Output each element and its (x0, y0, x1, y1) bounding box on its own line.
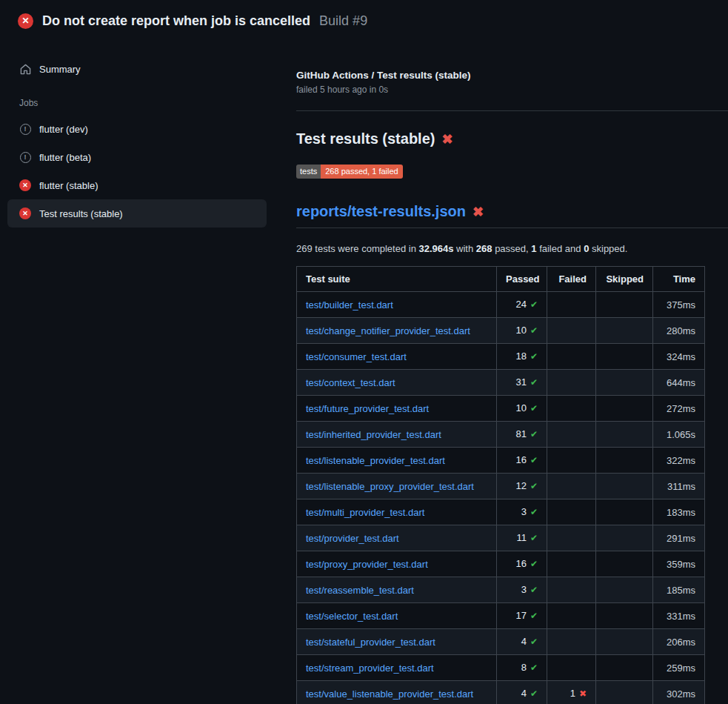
summary-duration: 32.964s (418, 243, 453, 254)
test-suite-cell: test/listenable_provider_test.dart (297, 448, 497, 474)
check-icon: ✔ (530, 481, 538, 491)
header-test-suite: Test suite (297, 267, 497, 292)
results-table-body: test/builder_test.dart24✔375mstest/chang… (297, 292, 705, 704)
table-row: test/stream_provider_test.dart8✔259ms (297, 655, 705, 681)
table-row: test/multi_provider_test.dart3✔183ms (297, 499, 705, 525)
skipped-cell (596, 448, 653, 474)
sidebar-item-flutter-dev[interactable]: ! flutter (dev) (7, 115, 267, 143)
test-suite-link[interactable]: test/change_notifier_provider_test.dart (306, 325, 470, 336)
passed-cell: 81✔ (497, 422, 547, 448)
check-icon: ✔ (530, 507, 538, 517)
skipped-cell (596, 603, 653, 629)
github-checks-page: ✕ Do not create report when job is cance… (0, 0, 728, 704)
report-link[interactable]: reports/test-results.json (296, 203, 466, 220)
check-icon: ✔ (530, 377, 538, 388)
table-row: test/value_listenable_provider_test.dart… (297, 681, 705, 704)
test-suite-link[interactable]: test/builder_test.dart (306, 299, 393, 311)
passed-count: 8 (521, 662, 527, 673)
test-suite-cell: test/value_listenable_provider_test.dart (297, 681, 497, 704)
table-row: test/builder_test.dart24✔375ms (297, 292, 705, 318)
header-skipped: Skipped (596, 267, 653, 292)
table-row: test/provider_test.dart11✔291ms (297, 525, 705, 551)
passed-count: 4 (521, 688, 527, 699)
skipped-cell (596, 499, 653, 525)
test-suite-cell: test/builder_test.dart (297, 292, 497, 318)
time-cell: 311ms (653, 474, 705, 499)
skipped-cell (596, 370, 653, 396)
failed-cell (547, 655, 596, 681)
skipped-cell (596, 681, 653, 704)
passed-cell: 3✔ (497, 577, 547, 603)
passed-cell: 31✔ (497, 370, 547, 396)
passed-count: 10 (515, 325, 526, 336)
test-suite-link[interactable]: test/multi_provider_test.dart (306, 507, 424, 518)
results-table: Test suite Passed Failed Skipped Time te… (296, 266, 705, 704)
test-suite-link[interactable]: test/consumer_test.dart (306, 351, 407, 362)
sidebar-item-label: flutter (stable) (39, 180, 98, 191)
sidebar-item-summary[interactable]: Summary (7, 55, 267, 83)
time-cell: 280ms (653, 318, 705, 344)
skipped-cell (596, 292, 653, 318)
failed-cell (547, 551, 596, 577)
content-area: Summary Jobs ! flutter (dev) ! flutter (… (0, 41, 728, 704)
test-suite-link[interactable]: test/stream_provider_test.dart (306, 663, 434, 674)
header-time: Time (653, 267, 705, 292)
failed-cell (547, 448, 596, 474)
failed-cell (547, 318, 596, 344)
build-failed-icon: ✕ (18, 13, 33, 29)
summary-text: failed and (537, 243, 584, 254)
failed-cell (547, 474, 596, 499)
time-cell: 375ms (653, 292, 705, 318)
test-suite-link[interactable]: test/stateful_provider_test.dart (306, 637, 435, 648)
test-suite-link[interactable]: test/reassemble_test.dart (306, 585, 414, 596)
sidebar-item-label: flutter (beta) (39, 152, 91, 163)
time-cell: 206ms (653, 629, 705, 655)
check-icon: ✔ (530, 688, 538, 699)
test-suite-cell: test/listenable_proxy_provider_test.dart (297, 474, 497, 499)
table-row: test/listenable_proxy_provider_test.dart… (297, 474, 705, 499)
summary-failed-count: 1 (531, 243, 536, 254)
run-status: failed 5 hours ago in 0s (296, 84, 728, 95)
passed-count: 17 (515, 610, 526, 621)
sidebar-item-flutter-stable[interactable]: ✕ flutter (stable) (7, 171, 267, 199)
sidebar-item-test-results-stable[interactable]: ✕ Test results (stable) (7, 199, 267, 228)
passed-cell: 10✔ (497, 318, 547, 344)
header-passed: Passed (497, 267, 547, 292)
test-suite-link[interactable]: test/listenable_proxy_provider_test.dart (306, 481, 474, 492)
summary-text: 269 tests were completed in (296, 243, 418, 254)
failed-cell (547, 396, 596, 422)
build-header: ✕ Do not create report when job is cance… (0, 0, 728, 41)
job-neutral-icon: ! (19, 151, 31, 163)
passed-cell: 4✔ (497, 629, 547, 655)
test-suite-link[interactable]: test/selector_test.dart (306, 611, 398, 622)
skipped-cell (596, 655, 653, 681)
time-cell: 322ms (653, 448, 705, 474)
table-header-row: Test suite Passed Failed Skipped Time (297, 267, 705, 292)
passed-count: 3 (521, 506, 527, 517)
passed-cell: 17✔ (497, 603, 547, 629)
time-cell: 259ms (653, 655, 705, 681)
skipped-cell (596, 551, 653, 577)
test-suite-link[interactable]: test/proxy_provider_test.dart (306, 559, 428, 570)
test-suite-link[interactable]: test/future_provider_test.dart (306, 403, 429, 414)
breadcrumb: GitHub Actions / Test results (stable) (296, 70, 728, 81)
test-suite-link[interactable]: test/inherited_provider_test.dart (306, 429, 441, 440)
tests-status-badge: tests 268 passed, 1 failed (296, 165, 403, 179)
table-row: test/consumer_test.dart18✔324ms (297, 344, 705, 370)
failed-x-icon: ✖ (441, 133, 453, 146)
test-suite-link[interactable]: test/context_test.dart (306, 377, 395, 388)
skipped-cell (596, 525, 653, 551)
failed-x-icon: ✖ (472, 205, 484, 219)
test-suite-link[interactable]: test/listenable_provider_test.dart (306, 455, 445, 466)
test-suite-link[interactable]: test/value_listenable_provider_test.dart (306, 688, 473, 700)
test-suite-link[interactable]: test/provider_test.dart (306, 533, 399, 544)
passed-cell: 16✔ (497, 551, 547, 577)
passed-count: 3 (521, 584, 527, 595)
time-cell: 331ms (653, 603, 705, 629)
passed-count: 31 (515, 376, 526, 388)
summary-text: skipped. (589, 243, 627, 254)
section-title-text: Test results (stable) (296, 130, 435, 147)
table-row: test/future_provider_test.dart10✔272ms (297, 396, 705, 422)
test-suite-cell: test/stream_provider_test.dart (297, 655, 497, 681)
sidebar-item-flutter-beta[interactable]: ! flutter (beta) (7, 143, 267, 171)
